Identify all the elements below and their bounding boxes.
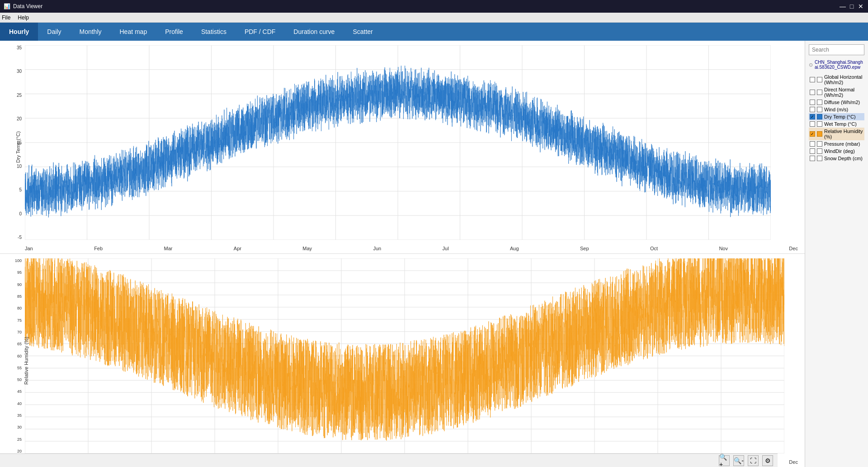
label-global-horizontal: Global Horizontal (Wh/m2): [824, 74, 863, 85]
close-button[interactable]: ✕: [857, 3, 864, 10]
y-label-0: 0: [19, 211, 22, 216]
y-label-20: 20: [17, 116, 22, 121]
checkbox-relative-humidity[interactable]: ✓: [810, 131, 815, 137]
right-panel: ⊙ CHN_Shanghai.Shanghai.583620_CSWD.epw …: [805, 41, 868, 467]
color-winddir: [817, 148, 822, 154]
app-title: Data Viewer: [13, 3, 42, 10]
tab-statistics[interactable]: Statistics: [192, 23, 236, 41]
tab-monthly[interactable]: Monthly: [70, 23, 110, 41]
charts-area: Dry Temp (°C) 35 30 25 20 15 10 5 0 -5 J…: [0, 41, 805, 467]
color-snow-depth: [817, 156, 822, 161]
data-item-wet-temp[interactable]: Wet Temp (°C): [809, 120, 864, 128]
color-global-horizontal: [817, 77, 822, 82]
color-diffuse: [817, 100, 822, 105]
data-item-diffuse[interactable]: Diffuse (Wh/m2): [809, 99, 864, 106]
label-direct-normal: Direct Normal (Wh/m2): [824, 87, 863, 98]
tab-profile[interactable]: Profile: [156, 23, 192, 41]
file-name: CHN_Shanghai.Shanghai.583620_CSWD.epw: [815, 60, 864, 70]
color-direct-normal: [817, 90, 822, 95]
data-item-snow-depth[interactable]: Snow Depth (cm): [809, 155, 864, 162]
dry-temp-x-axis: Jan Feb Mar Apr May Jun Jul Aug Sep Oct …: [25, 246, 798, 251]
file-icon: ⊙: [809, 62, 813, 68]
zoom-out-button[interactable]: 🔍-: [733, 455, 744, 466]
menu-file[interactable]: File: [2, 14, 10, 21]
label-diffuse: Diffuse (Wh/m2): [824, 100, 860, 105]
title-bar-controls: — □ ✕: [839, 3, 864, 10]
search-input[interactable]: [809, 44, 864, 55]
settings-button[interactable]: ⚙: [762, 455, 773, 466]
bottom-toolbar: 🔍+ 🔍- ⛶ ⚙: [0, 453, 778, 467]
data-item-relative-humidity[interactable]: ✓ Relative Humidity (%): [809, 128, 864, 140]
label-wind: Wind (m/s): [824, 107, 848, 112]
label-pressure: Pressure (mbar): [824, 141, 860, 147]
tab-heatmap[interactable]: Heat map: [111, 23, 156, 41]
color-wind: [817, 107, 822, 112]
humidity-y-label: Relative Humidity (%): [24, 337, 29, 385]
checkbox-global-horizontal[interactable]: [810, 77, 815, 82]
label-dry-temp: Dry Temp (°C): [824, 114, 856, 119]
menu-help[interactable]: Help: [18, 14, 29, 21]
humidity-chart-wrapper: Relative Humidity (%) 100 95 90 85 80 75…: [0, 254, 805, 467]
checkbox-direct-normal[interactable]: [810, 90, 815, 95]
checkbox-wind[interactable]: [810, 107, 815, 112]
checkbox-wet-temp[interactable]: [810, 121, 815, 127]
color-pressure: [817, 141, 822, 147]
checkbox-diffuse[interactable]: [810, 100, 815, 105]
nav-tabs: Hourly Daily Monthly Heat map Profile St…: [0, 23, 868, 41]
data-item-global-horizontal[interactable]: Global Horizontal (Wh/m2): [809, 73, 864, 86]
data-item-pressure[interactable]: Pressure (mbar): [809, 140, 864, 148]
data-item-direct-normal[interactable]: Direct Normal (Wh/m2): [809, 86, 864, 99]
y-label-10: 10: [17, 164, 22, 169]
color-relative-humidity: [817, 131, 822, 137]
dry-temp-canvas: [25, 45, 771, 240]
tab-pdfcdf[interactable]: PDF / CDF: [236, 23, 284, 41]
app-icon: 📊: [4, 3, 10, 10]
humidity-canvas: [25, 258, 784, 453]
label-relative-humidity: Relative Humidity (%): [824, 129, 863, 139]
fit-view-button[interactable]: ⛶: [748, 455, 759, 466]
y-label-30: 30: [17, 69, 22, 74]
main-content: Dry Temp (°C) 35 30 25 20 15 10 5 0 -5 J…: [0, 41, 868, 467]
data-items-list: Global Horizontal (Wh/m2) Direct Normal …: [809, 73, 864, 162]
minimize-button[interactable]: —: [839, 3, 846, 10]
tab-duration-curve[interactable]: Duration curve: [284, 23, 344, 41]
dry-temp-chart-wrapper: Dry Temp (°C) 35 30 25 20 15 10 5 0 -5 J…: [0, 41, 805, 254]
tab-hourly[interactable]: Hourly: [0, 23, 38, 41]
label-wet-temp: Wet Temp (°C): [824, 121, 857, 127]
title-bar: 📊 Data Viewer — □ ✕: [0, 0, 868, 13]
data-item-wind[interactable]: Wind (m/s): [809, 106, 864, 113]
tab-daily[interactable]: Daily: [38, 23, 70, 41]
checkbox-pressure[interactable]: [810, 141, 815, 147]
checkbox-winddir[interactable]: [810, 148, 815, 154]
y-label-35: 35: [17, 45, 22, 50]
data-item-winddir[interactable]: WindDir (deg): [809, 148, 864, 155]
label-winddir: WindDir (deg): [824, 148, 855, 154]
label-snow-depth: Snow Depth (cm): [824, 156, 863, 161]
y-label-25: 25: [17, 93, 22, 98]
y-label-5: 5: [19, 187, 22, 192]
zoom-in-button[interactable]: 🔍+: [719, 455, 730, 466]
y-label-minus5: -5: [18, 235, 22, 240]
file-item[interactable]: ⊙ CHN_Shanghai.Shanghai.583620_CSWD.epw: [809, 59, 864, 71]
data-item-dry-temp[interactable]: ✓ Dry Temp (°C): [809, 113, 864, 120]
checkbox-snow-depth[interactable]: [810, 156, 815, 161]
title-bar-left: 📊 Data Viewer: [4, 3, 42, 10]
maximize-button[interactable]: □: [848, 3, 855, 10]
humidity-y-axis: 100 95 90 85 80 75 70 65 60 55 50 45 40 …: [5, 258, 22, 453]
color-wet-temp: [817, 121, 822, 127]
dry-temp-y-axis: 35 30 25 20 15 10 5 0 -5: [5, 45, 22, 240]
color-dry-temp: [817, 114, 822, 119]
y-label-15: 15: [17, 140, 22, 145]
menu-bar: File Help: [0, 13, 868, 23]
tab-scatter[interactable]: Scatter: [344, 23, 382, 41]
checkbox-dry-temp[interactable]: ✓: [810, 114, 815, 119]
